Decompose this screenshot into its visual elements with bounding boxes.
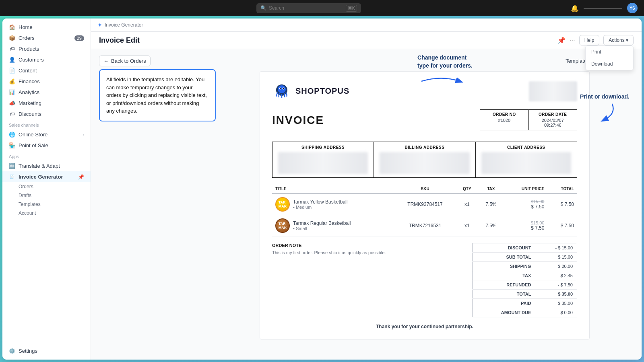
order-no-value: #1020 <box>488 118 520 123</box>
logo-area: SHOPTOPUS <box>272 81 349 101</box>
arrow-right-svg <box>417 71 466 91</box>
actions-button[interactable]: Actions ▾ <box>603 35 634 45</box>
total-row-shipping: SHIPPING $ 20.00 <box>473 262 577 271</box>
change-doc-callout: Change documenttype for your orders. <box>417 54 473 91</box>
invoice-toolbar: ← Back to Orders Templates: Invoice <box>99 56 634 66</box>
breadcrumb-icon: ✦ <box>97 22 102 28</box>
invoice-icon: 🧾 <box>9 175 15 179</box>
sidebar-item-label: Invoice Generator <box>19 174 63 180</box>
pos-icon: 🏪 <box>9 142 15 148</box>
sidebar-sub-templates[interactable]: Templates <box>2 200 91 209</box>
sidebar-item-orders[interactable]: 📦 Orders 29 <box>2 33 91 43</box>
sidebar-item-home[interactable]: 🏠 Home <box>2 22 91 33</box>
total-label: PAID <box>473 299 535 308</box>
orders-icon: 📦 <box>9 35 15 41</box>
more-header-icon: ··· <box>570 37 575 44</box>
sidebar-item-customers[interactable]: 👤 Customers <box>2 54 91 65</box>
item-1-total: $ 7.50 <box>547 194 577 215</box>
item-1-variant: Medium <box>293 205 347 210</box>
back-button[interactable]: ← Back to Orders <box>99 56 151 66</box>
order-date-value: 2024/03/07 09:27:46 <box>537 118 569 128</box>
shipping-address-label: SHIPPING ADDRESS <box>278 145 368 150</box>
total-label: TOTAL <box>473 290 535 299</box>
order-no-box: ORDER NO #1020 <box>480 109 528 130</box>
orders-badge: 29 <box>74 35 84 41</box>
item-2-variant: Small <box>293 226 351 231</box>
sidebar-item-label: Orders <box>19 35 35 41</box>
sidebar-item-label: Settings <box>19 348 37 354</box>
sidebar-sub-orders[interactable]: Orders <box>2 182 91 191</box>
sidebar-item-label: Online Store <box>19 132 47 138</box>
top-bar-right: 🔔 ———————— YS <box>571 3 638 13</box>
total-value: $ 20.00 <box>535 262 577 271</box>
search-bar[interactable]: 🔍 ⌘K <box>256 3 361 13</box>
translate-icon: 🔤 <box>9 163 15 169</box>
finances-icon: 💰 <box>9 78 15 84</box>
sidebar: 🏠 Home 📦 Orders 29 🏷 Products 👤 Customer… <box>2 19 91 360</box>
item-2-qty: x1 <box>456 215 478 237</box>
sidebar-item-online-store[interactable]: 🌐 Online Store › <box>2 129 91 140</box>
total-row-discount: DISCOUNT - $ 15.00 <box>473 243 577 253</box>
col-tax: TAX <box>478 184 504 194</box>
sidebar-item-discounts[interactable]: 🏷 Discounts <box>2 109 91 119</box>
client-address-blurred <box>481 152 571 174</box>
sidebar-sub-account[interactable]: Account <box>2 209 91 218</box>
search-input[interactable] <box>269 5 343 11</box>
sidebar-item-content[interactable]: 📄 Content <box>2 65 91 76</box>
total-value: $ 15.00 <box>535 253 577 262</box>
order-bottom: ORDER NOTE This is my first order. Pleas… <box>272 243 577 317</box>
pin-header-icon: 📌 <box>557 37 566 44</box>
invoice-doc: SHOPTOPUS INVOICE ORDER NO #1020 <box>260 71 590 339</box>
total-row-amount-due: AMOUNT DUE $ 0.00 <box>473 308 577 317</box>
totals-table: DISCOUNT - $ 15.00 SUB TOTAL $ 15.00 SHI… <box>473 243 577 317</box>
sidebar-item-label: Products <box>19 46 39 52</box>
sidebar-item-translate[interactable]: 🔤 Translate & Adapt <box>2 160 91 171</box>
total-row-subtotal: SUB TOTAL $ 15.00 <box>473 253 577 262</box>
store-icon: 🌐 <box>9 132 15 138</box>
tooltip-box: All fields in the templates are editable… <box>99 69 216 121</box>
sidebar-item-products[interactable]: 🏷 Products <box>2 43 91 54</box>
sidebar-item-finances[interactable]: 💰 Finances <box>2 76 91 87</box>
action-print[interactable]: Print <box>586 46 633 58</box>
bell-icon[interactable]: 🔔 <box>571 4 579 12</box>
item-2-sku: TRMK7216531 <box>394 215 456 237</box>
sidebar-item-settings[interactable]: ⚙️ Settings <box>2 346 91 356</box>
top-bar: 🔍 ⌘K 🔔 ———————— YS <box>0 0 644 16</box>
sidebar-item-label: Analytics <box>19 89 39 95</box>
invoice-area: Change documenttype for your orders. Pri… <box>91 49 642 360</box>
order-date-box: ORDER DATE 2024/03/07 09:27:46 <box>528 109 577 130</box>
sidebar-item-pos[interactable]: 🏪 Point of Sale <box>2 140 91 151</box>
total-value: $ 35.00 <box>535 299 577 308</box>
back-label: Back to Orders <box>111 58 146 64</box>
col-title: TITLE <box>272 184 394 194</box>
products-icon: 🏷 <box>9 46 15 52</box>
action-download[interactable]: Download <box>586 58 633 70</box>
col-total: TOTAL <box>547 184 577 194</box>
back-icon: ← <box>103 58 109 64</box>
sidebar-item-label: Home <box>19 24 33 30</box>
total-row-total: TOTAL $ 35.00 <box>473 290 577 299</box>
sidebar-sub-drafts[interactable]: Drafts <box>2 191 91 200</box>
pin-icon: 📌 <box>78 174 84 180</box>
settings-icon: ⚙️ <box>9 348 15 354</box>
actions-dropdown: Print Download <box>585 45 634 70</box>
total-label: TAX <box>473 271 535 280</box>
total-value: $ 0.00 <box>535 308 577 317</box>
logo-text: SHOPTOPUS <box>295 86 349 96</box>
sidebar-item-marketing[interactable]: 📣 Marketing <box>2 98 91 109</box>
total-label: SUB TOTAL <box>473 253 535 262</box>
total-value: - $ 7.50 <box>535 280 577 290</box>
col-qty: QTY <box>456 184 478 194</box>
order-note: ORDER NOTE This is my first order. Pleas… <box>272 243 464 255</box>
billing-address-blurred <box>380 152 469 174</box>
item-2-name: Tarmak Regular Basketball <box>293 220 351 226</box>
chevron-icon: › <box>83 132 84 137</box>
item-1-title: TARMAK Tarmak Yellow Basketball Medium <box>272 194 394 215</box>
items-table: TITLE SKU QTY TAX UNIT PRICE TOTAL <box>272 184 577 237</box>
sidebar-item-invoice-generator[interactable]: 🧾 Invoice Generator 📌 <box>2 171 91 182</box>
sidebar-item-analytics[interactable]: 📊 Analytics <box>2 87 91 98</box>
item-2-title: TARMAK Tarmak Regular Basketball Small <box>272 215 394 237</box>
svg-point-4 <box>280 88 281 89</box>
sidebar-item-label: Translate & Adapt <box>19 163 60 169</box>
help-button[interactable]: Help <box>579 35 600 45</box>
